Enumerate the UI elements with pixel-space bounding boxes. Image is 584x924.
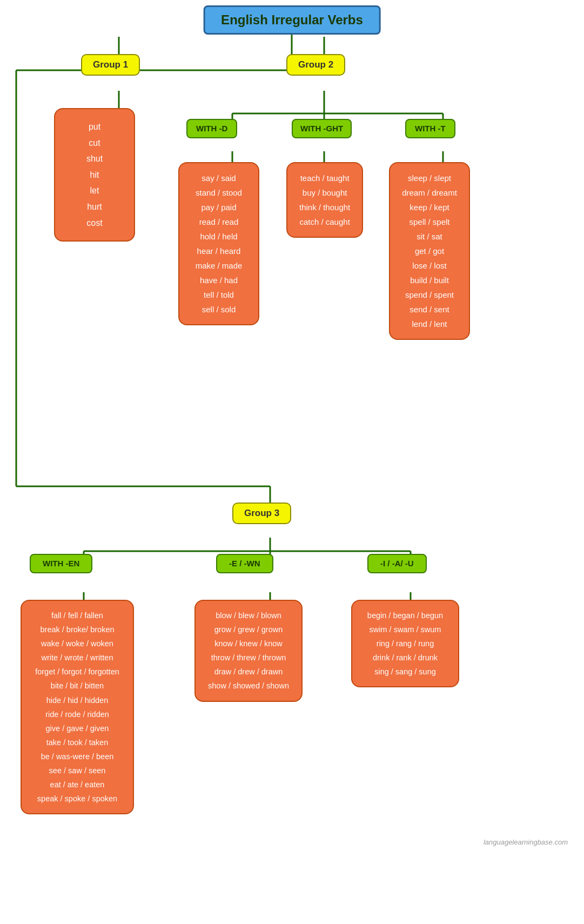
verb-item: write / wrote / written (33, 651, 121, 665)
verb-item: shut (71, 151, 118, 167)
verb-item: ring / rang / rung (364, 637, 446, 651)
group2-witht-verbs: sleep / sleptdream / dreamtkeep / keptsp… (389, 162, 470, 340)
group2-witht-label: WITH -T (405, 119, 455, 138)
verb-item: blow / blew / blown (207, 608, 290, 622)
verb-item: sit / sat (402, 229, 457, 244)
group3-iau-verbs: begin / began / begunswim / swam / swumr… (351, 600, 459, 687)
verb-item: fall / fell / fallen (33, 608, 121, 622)
verb-item: think / thought (299, 200, 350, 215)
verb-item: give / gave / given (33, 721, 121, 735)
verb-item: be / was-were / been (33, 749, 121, 764)
verb-item: swim / swam / swum (364, 622, 446, 637)
verb-item: take / took / taken (33, 735, 121, 749)
verb-item: begin / began / begun (364, 608, 446, 622)
verb-item: hurt (71, 199, 118, 215)
verb-item: buy / bought (299, 185, 350, 200)
group3-ewn-verbs: blow / blew / blowngrow / grew / grownkn… (194, 600, 303, 702)
verb-item: tell / told (191, 287, 246, 302)
verb-item: see / saw / seen (33, 764, 121, 778)
verb-item: wake / woke / woken (33, 637, 121, 651)
verb-item: have / had (191, 273, 246, 287)
verb-item: sing / sang / sung (364, 665, 446, 679)
group2-withght-label: WITH -GHT (292, 119, 352, 138)
verb-item: sleep / slept (402, 171, 457, 185)
footer: languagelearningbase.com (484, 837, 568, 847)
verb-item: catch / caught (299, 215, 350, 229)
verb-item: drink / rank / drunk (364, 651, 446, 665)
group3-ewn-label: -E / -WN (216, 554, 273, 573)
verb-item: sell / sold (191, 302, 246, 317)
verb-item: get / got (402, 244, 457, 258)
verb-item: grow / grew / grown (207, 622, 290, 637)
group1-verbs: putcutshuthitlethurtcost (54, 108, 135, 242)
verb-item: make / made (191, 258, 246, 273)
verb-item: show / showed / shown (207, 679, 290, 693)
verb-item: hide / hid / hidden (33, 693, 121, 707)
group3-label: Group 3 (232, 503, 291, 524)
verb-item: hold / held (191, 229, 246, 244)
group1-label: Group 1 (81, 54, 140, 76)
verb-item: speak / spoke / spoken (33, 792, 121, 806)
verb-item: hit (71, 167, 118, 183)
verb-item: read / read (191, 215, 246, 229)
verb-item: lend / lent (402, 317, 457, 331)
verb-item: spell / spelt (402, 215, 457, 229)
group3-iau-label: -I / -A/ -U (367, 554, 427, 573)
verb-item: let (71, 183, 118, 199)
verb-item: forget / forgot / forgotten (33, 665, 121, 679)
verb-item: ride / rode / ridden (33, 707, 121, 721)
verb-item: hear / heard (191, 244, 246, 258)
verb-item: draw / drew / drawn (207, 665, 290, 679)
verb-item: pay / paid (191, 200, 246, 215)
verb-item: say / said (191, 171, 246, 185)
verb-item: cut (71, 135, 118, 151)
group2-withd-verbs: say / saidstand / stoodpay / paidread / … (178, 162, 259, 325)
verb-item: throw / threw / thrown (207, 651, 290, 665)
group2-withght-verbs: teach / taughtbuy / boughtthink / though… (286, 162, 363, 238)
verb-item: put (71, 119, 118, 135)
group2-withd-label: WITH -D (186, 119, 237, 138)
verb-item: dream / dreamt (402, 185, 457, 200)
verb-item: send / sent (402, 302, 457, 317)
verb-item: spend / spent (402, 287, 457, 302)
verb-item: stand / stood (191, 185, 246, 200)
group2-label: Group 2 (286, 54, 345, 76)
group3-withen-label: WITH -EN (30, 554, 92, 573)
verb-item: bite / bit / bitten (33, 679, 121, 693)
verb-item: keep / kept (402, 200, 457, 215)
page-title: English Irregular Verbs (203, 5, 381, 35)
verb-item: build / built (402, 273, 457, 287)
group3-withen-verbs: fall / fell / fallenbreak / broke/ broke… (21, 600, 134, 814)
verb-item: teach / taught (299, 171, 350, 185)
verb-item: eat / ate / eaten (33, 778, 121, 792)
verb-item: know / knew / know (207, 637, 290, 651)
verb-item: lose / lost (402, 258, 457, 273)
verb-item: break / broke/ broken (33, 622, 121, 637)
verb-item: cost (71, 215, 118, 231)
